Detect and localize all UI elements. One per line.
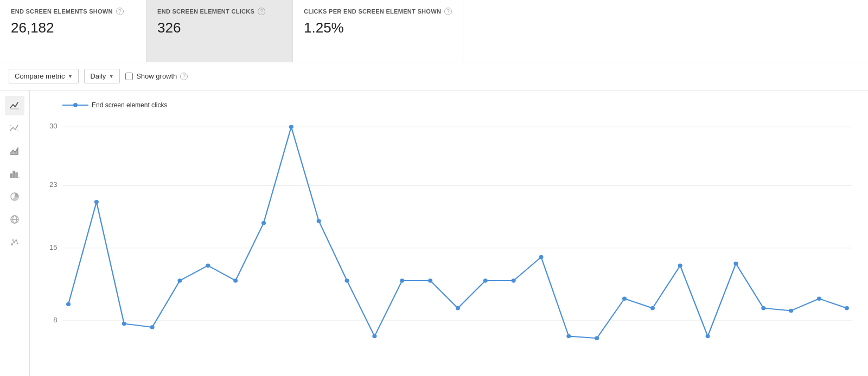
legend-item: End screen element clicks [62,101,167,109]
svg-point-12 [15,239,17,242]
chevron-down-icon-daily: ▼ [108,73,114,79]
data-point [122,322,126,326]
svg-rect-2 [10,174,12,178]
help-icon-shown[interactable]: ? [116,8,124,15]
data-point [150,325,155,329]
data-point [512,278,516,282]
metrics-bar: END SCREEN ELEMENTS SHOWN ? 26,182 END S… [0,0,868,62]
data-point [761,306,765,310]
svg-point-13 [12,239,14,241]
legend-line-left [62,105,73,106]
show-growth-text: Show growth [136,72,177,80]
chart-legend: End screen element clicks [62,101,852,109]
data-point [483,278,488,282]
help-icon-per[interactable]: ? [444,8,452,15]
metric-title-clicks: END SCREEN ELEMENT CLICKS [157,8,254,15]
data-point [733,262,738,265]
data-point [789,309,793,313]
data-point [678,263,682,267]
chart-sidebar [0,90,30,376]
main-content: End screen element clicks 30 23 15 8 [0,90,868,376]
sidebar-bar-chart-icon[interactable] [5,164,24,184]
metric-title-per: CLICKS PER END SCREEN ELEMENT SHOWN [304,8,441,15]
data-point [595,336,599,340]
data-point [456,306,460,310]
data-point [372,334,376,338]
sidebar-scatter-icon[interactable] [5,232,24,252]
data-point [261,221,266,225]
metric-value-shown: 26,182 [11,20,135,36]
data-point [94,200,99,204]
legend-line-right [78,105,88,106]
show-growth-checkbox-label[interactable]: Show growth ? [125,72,188,80]
metric-clicks-per-element[interactable]: CLICKS PER END SCREEN ELEMENT SHOWN ? 1.… [293,0,463,62]
metric-value-per: 1.25% [304,20,452,36]
data-point [622,297,627,301]
legend-dot [73,103,78,107]
svg-text:15: 15 [49,244,58,251]
data-point [233,278,238,282]
daily-button[interactable]: Daily ▼ [84,69,120,83]
data-point [650,306,655,310]
metric-end-screen-shown[interactable]: END SCREEN ELEMENTS SHOWN ? 26,182 [0,0,146,62]
compare-metric-button[interactable]: Compare metric ▼ [9,69,79,83]
data-point [817,297,821,301]
data-point [400,278,404,282]
chevron-down-icon: ▼ [67,73,73,79]
help-icon-growth[interactable]: ? [180,73,188,80]
data-point [289,125,293,128]
chart-area: End screen element clicks 30 23 15 8 [30,90,868,376]
compare-metric-label: Compare metric [15,72,65,80]
data-point [539,255,543,259]
metric-title-shown: END SCREEN ELEMENTS SHOWN [11,8,113,15]
svg-rect-3 [13,171,15,178]
svg-text:8: 8 [53,316,57,323]
controls-bar: Compare metric ▼ Daily ▼ Show growth ? [0,62,868,90]
metric-end-screen-clicks[interactable]: END SCREEN ELEMENT CLICKS ? 326 [146,0,293,62]
data-point [66,302,71,306]
data-point [206,263,210,267]
svg-point-14 [17,243,18,244]
chart-wrapper: 30 23 15 8 [35,114,852,360]
svg-text:30: 30 [49,122,58,129]
legend-label: End screen element clicks [92,101,167,109]
data-point [566,334,571,338]
data-point [428,278,432,282]
legend-icon [62,103,88,107]
data-point [706,334,710,338]
help-icon-clicks[interactable]: ? [258,8,265,15]
data-point [317,219,321,223]
data-point [177,278,182,282]
svg-rect-4 [16,173,17,178]
sidebar-pie-chart-icon[interactable] [5,187,24,206]
svg-point-10 [11,243,13,245]
data-point [845,306,849,310]
data-point [344,278,349,282]
line-chart-svg: 30 23 15 8 [35,114,852,360]
sidebar-globe-icon[interactable] [5,210,24,229]
svg-text:23: 23 [49,181,58,189]
metric-value-clicks: 326 [157,20,282,36]
sidebar-line-chart-icon[interactable] [5,96,24,115]
daily-label: Daily [90,72,106,80]
svg-point-11 [13,241,15,243]
sidebar-area-chart-icon[interactable] [5,141,24,161]
sidebar-trend-chart-icon[interactable] [5,119,24,138]
show-growth-checkbox[interactable] [125,73,133,80]
